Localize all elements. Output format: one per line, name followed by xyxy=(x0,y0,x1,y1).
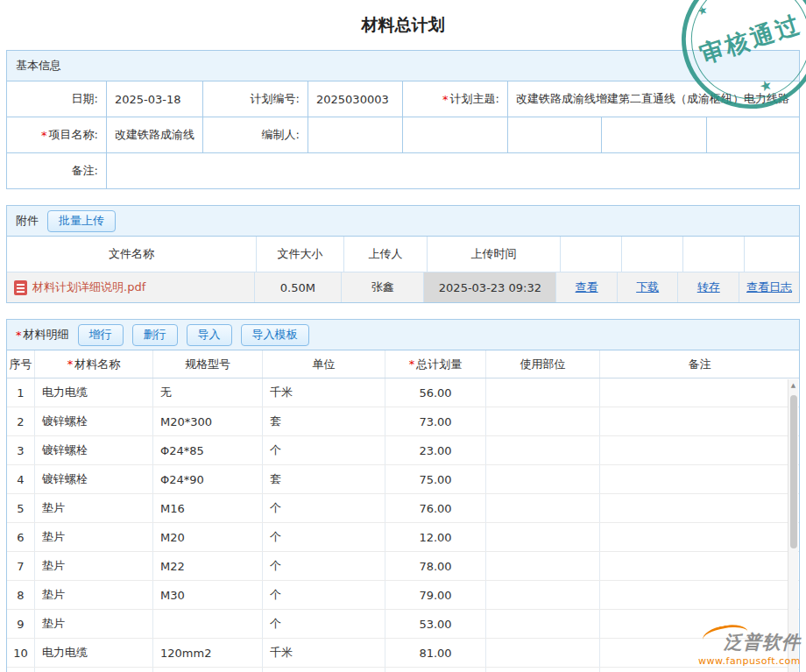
material-row: 10 电力电缆 120mm2 千米 81.00 xyxy=(7,639,799,668)
action-cell: 查看日志 xyxy=(739,272,799,302)
material-qty: 81.00 xyxy=(385,639,486,667)
file-name-link[interactable]: 材料计划详细说明.pdf xyxy=(32,279,145,295)
save-as-link[interactable]: 转存 xyxy=(697,279,720,295)
material-unit: 千米 xyxy=(263,378,385,407)
material-qty: 76.00 xyxy=(385,494,486,522)
col-action xyxy=(561,237,622,272)
materials-title: * 材料明细 xyxy=(16,327,69,343)
material-qty: 56.00 xyxy=(385,378,486,407)
subject-value: 改建铁路成渝线增建第二直通线（成渝枢纽）电力线路 xyxy=(508,81,799,117)
material-spec: M22 xyxy=(153,552,263,580)
attachment-row: 材料计划详细说明.pdf 0.50M 张鑫 2025-03-23 09:32 查… xyxy=(7,272,799,302)
material-no: 6 xyxy=(7,523,35,551)
col-uploader: 上传人 xyxy=(344,237,428,272)
material-spec: Φ24*85 xyxy=(153,436,263,464)
material-part xyxy=(486,639,600,667)
empty-cell xyxy=(602,117,707,152)
material-part xyxy=(486,378,600,407)
material-unit: 千米 xyxy=(263,639,385,667)
material-row-empty xyxy=(7,668,799,672)
col-no: 序号 xyxy=(7,350,35,378)
material-row: 2 镀锌螺栓 M20*300 套 73.00 xyxy=(7,407,799,436)
material-unit: 个 xyxy=(263,523,385,551)
materials-table-body: 1 电力电缆 无 千米 56.00 2 镀锌螺栓 M20*300 套 73.00… xyxy=(7,378,799,668)
material-no: 10 xyxy=(7,639,35,667)
material-no: 7 xyxy=(7,552,35,580)
basic-info-row-3: 备注: xyxy=(7,153,799,188)
material-row: 4 镀锌螺栓 Φ24*90 套 75.00 xyxy=(7,465,799,494)
import-button[interactable]: 导入 xyxy=(187,324,232,346)
file-size: 0.50M xyxy=(255,272,342,302)
material-remark xyxy=(600,610,799,638)
material-row: 8 垫片 M30 个 79.00 xyxy=(7,581,799,610)
material-no: 1 xyxy=(7,378,35,407)
col-action xyxy=(683,237,745,272)
empty-cell xyxy=(7,668,35,672)
material-qty: 78.00 xyxy=(385,552,486,580)
compiler-label: 编制人: xyxy=(203,117,308,152)
materials-section: * 材料明细 增行 删行 导入 导入模板 序号 * 材料名称 规格型号 单位 *… xyxy=(6,319,800,672)
material-remark xyxy=(600,581,799,609)
action-cell: 下载 xyxy=(618,272,679,302)
material-no: 2 xyxy=(7,407,35,435)
basic-info-section: 基本信息 日期: 2025-03-18 计划编号: 2025030003 * 计… xyxy=(6,50,800,189)
material-row: 3 镀锌螺栓 Φ24*85 个 23.00 xyxy=(7,436,799,465)
material-name: 垫片 xyxy=(35,494,153,522)
material-spec: M20*300 xyxy=(153,407,263,435)
upload-time: 2025-03-23 09:32 xyxy=(424,272,556,302)
view-link[interactable]: 查看 xyxy=(576,279,598,295)
material-unit: 个 xyxy=(263,436,385,464)
material-name: 镀锌螺栓 xyxy=(35,465,153,493)
col-remark: 备注 xyxy=(600,350,799,378)
batch-upload-button[interactable]: 批量上传 xyxy=(47,210,116,232)
subject-label-text: 计划主题: xyxy=(450,91,499,107)
vertical-scrollbar[interactable]: ▲ xyxy=(788,379,798,672)
material-spec: M16 xyxy=(153,494,263,522)
project-label: * 项目名称: xyxy=(7,117,107,152)
material-part xyxy=(486,610,600,638)
col-file-name: 文件名称 xyxy=(7,237,257,272)
material-row: 9 垫片 个 53.00 xyxy=(7,610,799,639)
add-row-button[interactable]: 增行 xyxy=(78,324,124,346)
attachments-title: 附件 xyxy=(16,213,39,229)
attachments-header: 附件 批量上传 xyxy=(7,206,799,237)
material-part xyxy=(486,494,600,522)
material-part xyxy=(486,581,600,609)
material-remark xyxy=(600,465,799,493)
material-part xyxy=(486,436,600,464)
material-part xyxy=(486,465,600,493)
material-no: 4 xyxy=(7,465,35,493)
material-spec xyxy=(153,610,263,638)
basic-info-row-2: * 项目名称: 改建铁路成渝线 编制人: xyxy=(7,117,799,153)
material-no: 3 xyxy=(7,436,35,464)
material-remark xyxy=(600,436,799,464)
view-log-link[interactable]: 查看日志 xyxy=(746,279,792,295)
material-name: 垫片 xyxy=(35,552,153,580)
delete-row-button[interactable]: 删行 xyxy=(132,324,178,346)
empty-cell xyxy=(153,668,263,672)
basic-info-title: 基本信息 xyxy=(16,58,61,74)
uploader: 张鑫 xyxy=(342,272,424,302)
required-mark: * xyxy=(442,93,449,106)
material-remark xyxy=(600,639,799,667)
scroll-up-icon[interactable]: ▲ xyxy=(788,379,798,392)
col-upload-time: 上传时间 xyxy=(428,237,561,272)
scrollbar-thumb[interactable] xyxy=(790,395,797,548)
material-qty: 73.00 xyxy=(385,407,486,435)
subject-label: * 计划主题: xyxy=(403,81,508,117)
material-no: 9 xyxy=(7,610,35,638)
required-mark: * xyxy=(41,129,47,142)
material-unit: 个 xyxy=(263,494,385,522)
material-qty: 23.00 xyxy=(385,436,486,464)
material-remark xyxy=(600,552,799,580)
page-title: 材料总计划 xyxy=(0,0,806,50)
material-unit: 套 xyxy=(263,465,385,493)
col-spec: 规格型号 xyxy=(153,350,263,378)
col-unit: 单位 xyxy=(263,350,385,378)
import-template-button[interactable]: 导入模板 xyxy=(241,324,309,346)
action-cell: 查看 xyxy=(556,272,618,302)
material-name: 垫片 xyxy=(35,581,153,609)
empty-cell xyxy=(600,668,799,672)
download-link[interactable]: 下载 xyxy=(636,279,659,295)
empty-cell xyxy=(263,668,385,672)
